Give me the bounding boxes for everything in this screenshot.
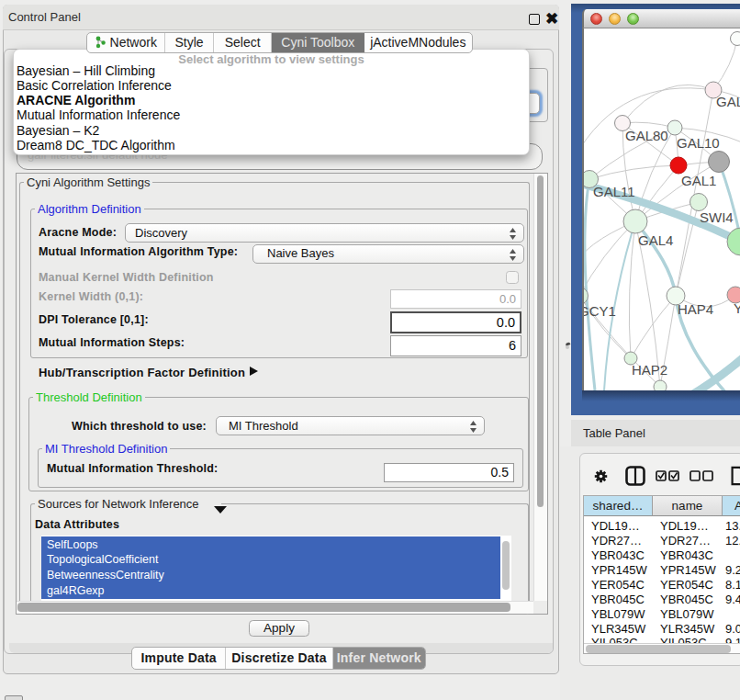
svg-text:GAL10: GAL10 bbox=[677, 135, 720, 151]
svg-text:YMR: YMR bbox=[734, 300, 740, 316]
svg-text:GAL11: GAL11 bbox=[593, 184, 635, 199]
svg-text:GAL4: GAL4 bbox=[638, 232, 673, 248]
svg-text:GAL2: GAL2 bbox=[716, 94, 740, 109]
svg-text:GCY1: GCY1 bbox=[584, 303, 616, 319]
svg-text:SWI4: SWI4 bbox=[700, 209, 734, 225]
svg-text:HAP4: HAP4 bbox=[678, 301, 713, 317]
svg-text:GAL80: GAL80 bbox=[625, 128, 668, 143]
svg-text:GAL1: GAL1 bbox=[681, 173, 716, 188]
svg-text:HAP2: HAP2 bbox=[632, 362, 667, 378]
